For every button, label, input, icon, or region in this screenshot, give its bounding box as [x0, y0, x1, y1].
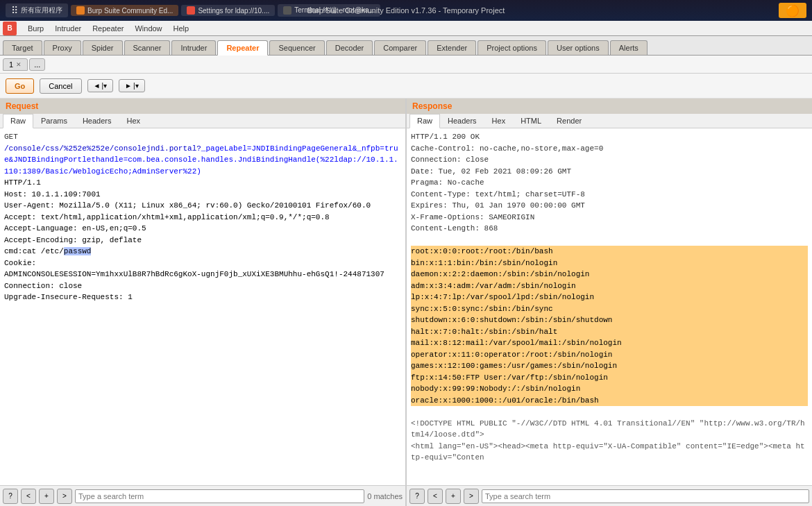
back-icon: ◄	[94, 82, 101, 90]
response-help-btn[interactable]: ?	[409, 489, 425, 504]
tab-user-options[interactable]: User options	[548, 40, 609, 55]
repeater-tab-add[interactable]: ...	[29, 58, 45, 71]
terminal-icon	[283, 6, 291, 15]
toolbar: Go Cancel ◄ |▾ ► |▾	[0, 74, 812, 99]
panels-container: Request Raw Params Headers Hex GET /cons…	[0, 99, 812, 506]
repeater-tab-label: 1	[9, 60, 13, 69]
request-next-btn[interactable]: >	[57, 489, 72, 504]
response-search-input[interactable]	[482, 489, 809, 503]
taskbar-item-apps[interactable]: ⠿ 所有应用程序	[6, 3, 68, 17]
taskbar-item-settings[interactable]: Settings for ldap://10....	[181, 5, 275, 16]
tab-alerts[interactable]: Alerts	[610, 40, 648, 55]
request-tab-params[interactable]: Params	[33, 114, 75, 128]
request-tab-headers[interactable]: Headers	[75, 114, 119, 128]
request-help-btn[interactable]: ?	[3, 489, 18, 504]
request-panel-tabs: Raw Params Headers Hex	[0, 114, 405, 128]
response-text[interactable]: HTTP/1.1 200 OK Cache-Control: no-cache,…	[407, 128, 812, 485]
request-add-btn[interactable]: +	[39, 489, 54, 504]
tab-sequencer[interactable]: Sequencer	[269, 40, 324, 55]
response-panel: Response Raw Headers Hex HTML Render HTT…	[407, 99, 812, 506]
tab-project-options[interactable]: Project options	[477, 40, 546, 55]
request-prev-btn[interactable]: <	[21, 489, 36, 504]
menu-intruder[interactable]: Intruder	[49, 23, 87, 34]
tab-proxy[interactable]: Proxy	[44, 40, 81, 55]
tab-target[interactable]: Target	[3, 40, 42, 55]
response-panel-tabs: Raw Headers Hex HTML Render	[407, 114, 812, 128]
app-menubar: B Burp Intruder Repeater Window Help	[0, 21, 812, 36]
back-button[interactable]: ◄ |▾	[87, 79, 114, 92]
repeater-tab-close[interactable]: ✕	[16, 61, 22, 68]
tab-intruder[interactable]: Intruder	[171, 40, 216, 55]
taskbar-item-burp[interactable]: Burp Suite Community Ed...	[71, 5, 178, 16]
title-bar-controls: 🟠	[779, 3, 806, 18]
request-text[interactable]: GET /console/css/%252e%252e/consolejndi.…	[0, 128, 405, 485]
menu-repeater[interactable]: Repeater	[87, 23, 129, 34]
request-tab-raw[interactable]: Raw	[3, 114, 33, 128]
request-content: GET /console/css/%252e%252e/consolejndi.…	[0, 128, 405, 485]
tab-extender[interactable]: Extender	[428, 40, 476, 55]
request-header: Request	[0, 99, 405, 114]
request-panel: Request Raw Params Headers Hex GET /cons…	[0, 99, 407, 506]
settings-icon	[187, 6, 195, 15]
menu-help[interactable]: Help	[168, 23, 195, 34]
response-tab-hex[interactable]: Hex	[484, 114, 514, 128]
response-prev-btn[interactable]: <	[428, 489, 443, 504]
burp-icon	[76, 6, 85, 15]
go-button[interactable]: Go	[6, 78, 34, 94]
repeater-tab-1[interactable]: 1 ✕	[3, 58, 28, 71]
tab-spider[interactable]: Spider	[83, 40, 123, 55]
tab-decoder[interactable]: Decoder	[326, 40, 373, 55]
tab-comparer[interactable]: Comparer	[374, 40, 426, 55]
menu-window[interactable]: Window	[129, 23, 167, 34]
repeater-tabs: 1 ✕ ...	[0, 56, 812, 74]
cancel-button[interactable]: Cancel	[40, 78, 81, 94]
response-tab-html[interactable]: HTML	[513, 114, 549, 128]
forward-icon: ►	[125, 82, 132, 90]
taskbar-settings-label: Settings for ldap://10....	[198, 7, 269, 15]
taskbar-apps-label: 所有应用程序	[21, 6, 62, 15]
request-match-count: 0 matches	[367, 492, 403, 500]
window-title: Burp Suite Community Edition v1.7.36 - T…	[307, 6, 505, 15]
app-logo: B	[3, 22, 17, 35]
tab-repeater[interactable]: Repeater	[217, 40, 268, 56]
tab-scanner[interactable]: Scanner	[124, 40, 171, 55]
response-tab-raw[interactable]: Raw	[409, 114, 440, 128]
response-tab-headers[interactable]: Headers	[440, 114, 484, 128]
forward-button[interactable]: ► |▾	[119, 79, 145, 92]
response-next-btn[interactable]: >	[464, 489, 479, 504]
response-header: Response	[407, 99, 812, 114]
request-tab-hex[interactable]: Hex	[119, 114, 149, 128]
menu-burp[interactable]: Burp	[22, 23, 49, 34]
title-bar: ⠿ 所有应用程序 Burp Suite Community Ed... Sett…	[0, 0, 812, 21]
response-bottom-bar: ? < + >	[407, 485, 812, 506]
request-search-input[interactable]	[75, 489, 364, 503]
response-content: HTTP/1.1 200 OK Cache-Control: no-cache,…	[407, 128, 812, 485]
win-icon: 🟠	[786, 4, 800, 17]
response-add-btn[interactable]: +	[446, 489, 461, 504]
response-tab-render[interactable]: Render	[549, 114, 589, 128]
taskbar-burp-label: Burp Suite Community Ed...	[87, 7, 173, 15]
main-tabs: Target Proxy Spider Scanner Intruder Rep…	[0, 36, 812, 56]
request-bottom-bar: ? < + > 0 matches	[0, 485, 405, 506]
window-close-btn[interactable]: 🟠	[779, 3, 806, 18]
